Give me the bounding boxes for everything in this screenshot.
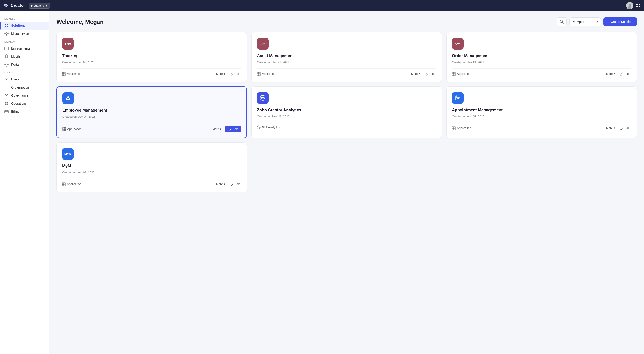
- svg-rect-71: [64, 182, 66, 184]
- card-tracking-title: Tracking: [62, 54, 241, 58]
- mym-more-button[interactable]: More ▾: [214, 182, 227, 187]
- svg-rect-43: [257, 74, 258, 76]
- svg-rect-39: [62, 74, 64, 76]
- topnav-left: Creator meganorg ▾: [4, 3, 50, 8]
- svg-rect-26: [5, 86, 8, 89]
- tracking-edit-button[interactable]: Edit: [229, 71, 241, 76]
- card-mym-footer: Application More ▾ Edit: [62, 178, 241, 187]
- analytics-avatar-icon: [259, 94, 266, 102]
- card-am-date: Created on Jan 21, 2023: [257, 60, 436, 64]
- sidebar-item-governance[interactable]: Governance: [0, 92, 49, 100]
- em-more-button[interactable]: More ▾: [211, 126, 223, 132]
- svg-rect-30: [5, 110, 8, 113]
- application-icon: [452, 126, 456, 130]
- sidebar-billing-label: Billing: [11, 110, 20, 113]
- em-edit-button[interactable]: Edit: [225, 126, 241, 132]
- svg-point-56: [260, 98, 265, 100]
- om-edit-button[interactable]: Edit: [619, 71, 631, 76]
- sidebar-item-solutions[interactable]: Solutions: [0, 22, 49, 30]
- app-name: Creator: [11, 3, 25, 8]
- microservices-svg: [4, 32, 8, 36]
- application-icon: [452, 72, 456, 76]
- user-avatar[interactable]: [626, 2, 633, 9]
- svg-point-3: [628, 6, 632, 9]
- svg-rect-41: [257, 72, 258, 74]
- am-more-button[interactable]: More ▾: [410, 71, 422, 76]
- svg-rect-45: [452, 72, 454, 74]
- svg-rect-47: [452, 74, 454, 76]
- am-edit-button[interactable]: Edit: [424, 71, 436, 76]
- mobile-svg: [4, 54, 8, 58]
- svg-rect-9: [7, 24, 8, 25]
- edit-icon: [230, 72, 234, 76]
- organization-icon: [4, 85, 8, 90]
- card-mym-actions: More ▾ Edit: [214, 182, 241, 187]
- apm-edit-button[interactable]: Edit: [619, 126, 631, 130]
- apps-grid-icon[interactable]: [636, 3, 640, 8]
- app-logo: Creator: [4, 3, 25, 8]
- card-mym-type: Application: [62, 182, 81, 186]
- svg-point-57: [260, 97, 265, 99]
- card-apm-actions: More ▾ Edit: [604, 126, 631, 130]
- sidebar-organization-label: Organization: [11, 86, 29, 89]
- card-za-title: Zoho Creator Analytics: [257, 108, 436, 112]
- svg-rect-73: [64, 184, 66, 186]
- card-za-type: BI & Analytics: [257, 126, 280, 129]
- portal-svg: [4, 62, 8, 66]
- zoho-creator-logo-icon: [4, 3, 9, 8]
- svg-rect-66: [452, 126, 454, 128]
- card-tracking-type: Application: [62, 72, 81, 76]
- card-om-actions: More ▾ Edit: [604, 71, 631, 76]
- sidebar-mobile-label: Mobile: [11, 55, 20, 58]
- card-om-footer: Application More ▾ Edit: [452, 68, 631, 76]
- svg-point-49: [67, 96, 69, 98]
- solutions-svg: [4, 24, 8, 28]
- tracking-more-button[interactable]: More ▾: [214, 71, 227, 76]
- operations-icon: [4, 102, 8, 106]
- em-avatar-icon: [65, 95, 71, 101]
- card-apm-footer: Application More ▾ Edit: [452, 122, 631, 130]
- application-icon: [62, 127, 66, 131]
- card-za-footer: BI & Analytics: [257, 122, 436, 129]
- sidebar-item-operations[interactable]: Operations: [0, 100, 49, 108]
- svg-rect-48: [454, 74, 455, 76]
- edit-icon: [620, 126, 624, 130]
- application-icon: [257, 72, 260, 76]
- card-tracking: TRA Tracking Created on Feb 08, 2023 App…: [56, 32, 247, 82]
- card-em-menu[interactable]: ···: [235, 92, 241, 97]
- sidebar-manage-label: MANAGE: [0, 68, 49, 75]
- card-om-type: Application: [452, 72, 471, 76]
- org-selector[interactable]: meganorg ▾: [29, 3, 50, 8]
- sidebar-item-mobile[interactable]: Mobile: [0, 52, 49, 60]
- apps-filter[interactable]: All Apps My Apps Shared Apps: [570, 18, 601, 26]
- header-actions: All Apps My Apps Shared Apps ▾ + Create …: [557, 18, 637, 26]
- sidebar: DEVELOP Solutions: [0, 11, 49, 354]
- sidebar-item-users[interactable]: Users: [0, 75, 49, 83]
- sidebar-item-billing[interactable]: Billing: [0, 108, 49, 116]
- card-em-header: ···: [62, 92, 241, 104]
- mym-edit-button[interactable]: Edit: [229, 182, 241, 187]
- card-apm-type: Application: [452, 126, 471, 130]
- page-title: Welcome, Megan: [56, 18, 104, 25]
- sidebar-item-microservices[interactable]: Microservices: [0, 30, 49, 38]
- svg-rect-42: [259, 72, 260, 74]
- svg-rect-10: [5, 26, 6, 27]
- sidebar-item-portal[interactable]: Portal: [0, 60, 49, 68]
- card-za-header: [257, 92, 436, 104]
- edit-icon: [230, 182, 234, 186]
- create-solution-button[interactable]: + Create Solution: [604, 18, 637, 26]
- svg-line-36: [562, 22, 564, 24]
- portal-icon: [4, 62, 8, 66]
- svg-rect-11: [7, 26, 8, 27]
- sidebar-item-organization[interactable]: Organization: [0, 83, 49, 92]
- card-om-avatar: OM: [452, 38, 464, 50]
- search-button[interactable]: [557, 18, 567, 26]
- card-za-date: Created on Nov 23, 2022: [257, 115, 436, 118]
- apm-more-button[interactable]: More ▾: [604, 126, 617, 130]
- sidebar-item-environments[interactable]: Environments: [0, 44, 49, 52]
- card-em-footer: Application More ▾ Edit: [62, 123, 241, 132]
- card-am-avatar: AM: [257, 38, 269, 50]
- card-employee-management: ··· Employee Management Created on Dec 0…: [56, 86, 247, 138]
- om-more-button[interactable]: More ▾: [604, 71, 617, 76]
- svg-rect-53: [64, 128, 66, 129]
